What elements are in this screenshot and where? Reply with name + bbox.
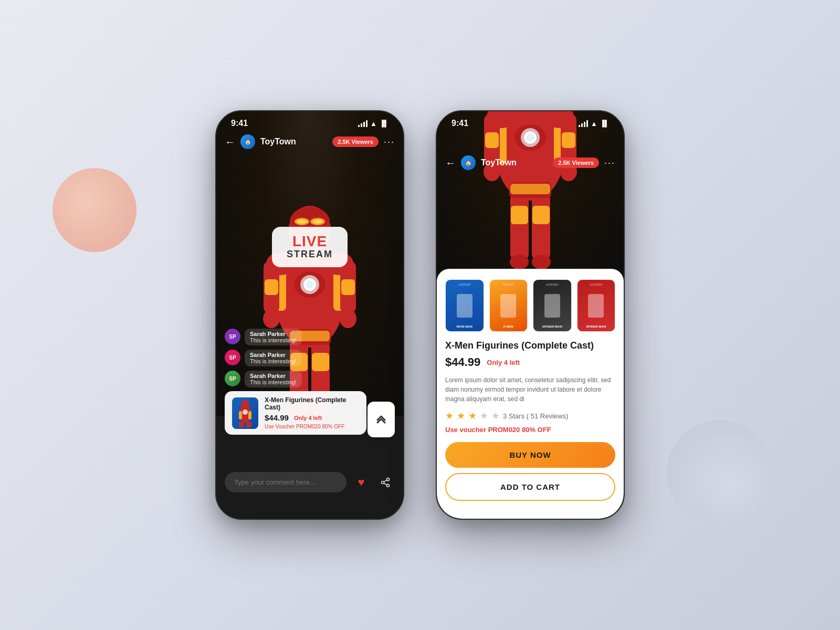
more-menu-button-2[interactable]: ··· (604, 158, 615, 169)
reviews-text: 3 Stars ( 51 Reviews) (503, 412, 568, 420)
signal-icon (358, 120, 368, 127)
product-title: X-Men Figurines (Complete Cast) (445, 340, 615, 351)
add-to-cart-button[interactable]: ADD TO CART (445, 473, 615, 501)
wifi-icon-2: ▲ (591, 120, 597, 128)
svg-rect-35 (239, 411, 242, 419)
battery-icon: ▐▌ (380, 120, 388, 127)
svg-rect-34 (246, 422, 251, 427)
ironman-figure-2 (462, 111, 598, 269)
svg-point-39 (387, 484, 390, 487)
like-button[interactable]: ♥ (352, 473, 371, 492)
more-menu-button[interactable]: ··· (384, 136, 395, 148)
status-icons-2: ▲ ▐▌ (579, 120, 609, 128)
comment-item: SP Sarah Parker This is interesting! (225, 350, 302, 366)
svg-point-6 (312, 219, 323, 224)
status-bar-2: 9:41 ▲ ▐▌ (437, 111, 624, 132)
background-blob-gray (667, 420, 772, 525)
star-3: ★ (468, 410, 477, 422)
stock-badge: Only 4 left (487, 359, 520, 366)
svg-point-52 (527, 134, 534, 141)
product-stock-small: Only 4 left (294, 415, 322, 421)
product-price: $44.99 (445, 355, 480, 369)
viewers-badge-2: 2.5K Viewers (553, 158, 599, 168)
live-stream-badge: LIVE STREAM (272, 227, 348, 267)
phone-livestream: 9:41 ▲ ▐▌ ← 🏠 ToyTown (215, 110, 404, 520)
svg-rect-24 (312, 353, 329, 371)
comment-bubble: Sarah Parker This is interesting! (245, 371, 302, 387)
product-info: X-Men Figurines (Complete Cast) $44.99 O… (265, 396, 359, 429)
avatar: SP (225, 371, 240, 386)
product-image-3[interactable]: LEGENDS SPIDER-MAN (533, 279, 572, 332)
svg-rect-64 (532, 193, 550, 261)
comment-text: This is interesting! (250, 337, 297, 343)
status-icons: ▲ ▐▌ (358, 120, 388, 128)
buy-now-button[interactable]: BUY NOW (445, 442, 615, 468)
svg-rect-65 (511, 206, 528, 224)
phone-product-detail: 9:41 ▲ ▐▌ ← (436, 110, 625, 520)
product-image-4[interactable]: LEGENDS SPIDER-MAN (577, 279, 616, 332)
product-voucher-small: Use Voucher PROM020 80% OFF (265, 424, 359, 429)
product-card-overlay: X-Men Figurines (Complete Cast) $44.99 O… (225, 391, 366, 435)
price-stock-row: $44.99 Only 4 left (445, 355, 615, 369)
app-header-2: ← 🏠 ToyTown 2.5K Viewers ··· (437, 153, 624, 174)
svg-point-20 (340, 309, 356, 328)
star-4: ★ (480, 410, 488, 422)
svg-rect-66 (532, 206, 550, 224)
avatar: SP (225, 329, 240, 344)
chevron-up-icon (375, 412, 387, 427)
avatar: SP (225, 350, 240, 365)
stars-row: ★ ★ ★ ★ ★ 3 Stars ( 51 Reviews) (445, 410, 615, 422)
svg-rect-59 (485, 132, 499, 148)
header-left-2: ← 🏠 ToyTown (445, 155, 517, 170)
battery-icon-2: ▐▌ (600, 120, 609, 127)
brand-logo-2: 🏠 (461, 155, 476, 170)
svg-point-68 (532, 255, 551, 269)
comment-item: SP Sarah Parker This is interesting! (225, 329, 302, 345)
comment-username: Sarah Parker (250, 352, 297, 358)
comments-section: SP Sarah Parker This is interesting! SP … (225, 329, 302, 387)
product-description: Lorem ipsum dolor sit amet, consetetur s… (445, 375, 615, 404)
input-bar: ♥ (225, 472, 395, 492)
svg-rect-36 (248, 411, 251, 419)
svg-point-10 (306, 281, 313, 288)
product-images-row: LEGENDS IRON MAN MARVEL X-MEN (445, 279, 615, 332)
wifi-icon: ▲ (370, 120, 377, 128)
stream-label: STREAM (287, 249, 333, 260)
svg-point-19 (263, 309, 280, 328)
comment-username: Sarah Parker (250, 373, 297, 379)
comment-input[interactable] (225, 472, 346, 492)
comment-text: This is interesting! (250, 358, 297, 364)
star-2: ★ (457, 410, 465, 422)
brand-name-2: ToyTown (481, 158, 517, 167)
svg-point-38 (382, 481, 384, 484)
comment-bubble: Sarah Parker This is interesting! (245, 329, 302, 345)
svg-rect-60 (562, 132, 575, 148)
status-time: 9:41 (231, 119, 248, 128)
share-button[interactable] (376, 473, 395, 492)
star-5: ★ (491, 410, 500, 422)
phones-container: 9:41 ▲ ▐▌ ← 🏠 ToyTown (215, 110, 625, 520)
product-sheet: LEGENDS IRON MAN MARVEL X-MEN (437, 269, 624, 519)
signal-icon-2 (579, 120, 588, 127)
status-time-2: 9:41 (452, 119, 468, 128)
voucher-text: Use voucher PROM020 80% OFF (445, 426, 615, 434)
brand-name: ToyTown (260, 137, 296, 146)
header-right-2: 2.5K Viewers ··· (553, 158, 615, 169)
svg-point-67 (510, 255, 529, 269)
back-button[interactable]: ← (225, 136, 235, 148)
status-bar: 9:41 ▲ ▐▌ (216, 111, 403, 132)
star-1: ★ (445, 410, 454, 422)
svg-rect-18 (341, 279, 355, 295)
svg-point-32 (243, 410, 248, 415)
product-name-small: X-Men Figurines (Complete Cast) (265, 396, 359, 411)
back-button-2[interactable]: ← (445, 157, 456, 169)
app-header: ← 🏠 ToyTown 2.5K Viewers ··· (216, 132, 403, 153)
product-thumbnail (232, 397, 258, 429)
svg-line-40 (384, 483, 387, 485)
svg-line-41 (384, 480, 387, 481)
hero-section: 9:41 ▲ ▐▌ ← (437, 111, 624, 279)
product-image-1[interactable]: LEGENDS IRON MAN (445, 279, 484, 332)
product-image-2[interactable]: MARVEL X-MEN (489, 279, 528, 332)
scroll-up-button[interactable] (368, 402, 395, 437)
comment-bubble: Sarah Parker This is interesting! (245, 350, 302, 366)
